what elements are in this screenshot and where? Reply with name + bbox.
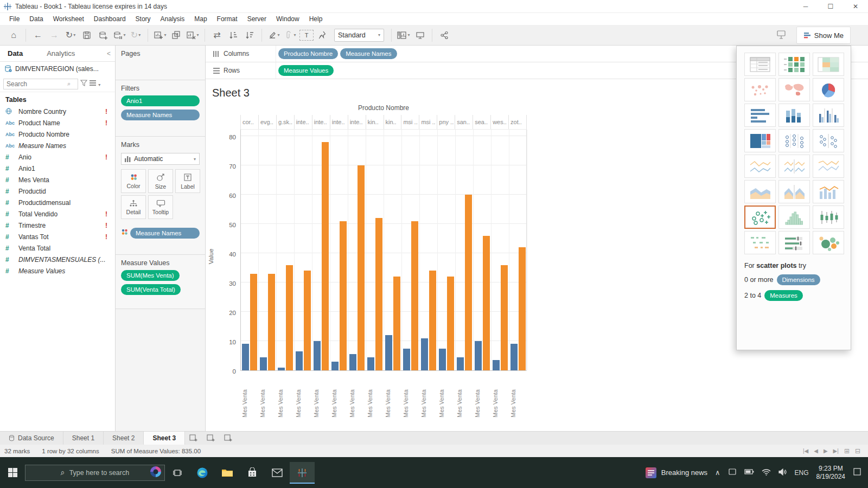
- sort-descending-icon[interactable]: [242, 28, 257, 43]
- bar-mes-venta[interactable]: [314, 341, 321, 370]
- bar-venta-total[interactable]: [429, 271, 436, 370]
- store-icon[interactable]: [240, 462, 265, 484]
- marks-button-size[interactable]: Size: [148, 169, 173, 193]
- mark-type-dropdown[interactable]: Automatic ▾: [121, 153, 200, 165]
- pages-card[interactable]: Pages: [116, 46, 205, 80]
- showme-symbol-map[interactable]: [744, 78, 776, 101]
- bar-venta-total[interactable]: [447, 277, 454, 370]
- tablet-icon[interactable]: [728, 468, 737, 477]
- fix-axes-icon[interactable]: [316, 28, 330, 43]
- showme-text-table[interactable]: [744, 53, 776, 76]
- undo-icon[interactable]: ←: [31, 28, 45, 43]
- menu-format[interactable]: Format: [212, 14, 242, 24]
- showme-lines-discrete[interactable]: [778, 155, 810, 178]
- bar-mes-venta[interactable]: [403, 349, 410, 371]
- task-view-icon[interactable]: [165, 462, 190, 484]
- field-measure-values[interactable]: #Measure Values: [0, 265, 115, 277]
- field-anio[interactable]: #Anio!: [0, 151, 115, 163]
- notification-center-icon[interactable]: [853, 467, 861, 478]
- bar-mes-venta[interactable]: [367, 357, 374, 370]
- minimize-button[interactable]: ─: [793, 0, 818, 13]
- showme-area-discrete[interactable]: [778, 180, 810, 203]
- showme-highlight-table[interactable]: [778, 53, 810, 76]
- swap-axes-icon[interactable]: ⇄: [210, 28, 224, 43]
- showme-dual-lines[interactable]: [813, 155, 844, 178]
- bar-group[interactable]: [259, 130, 277, 370]
- menu-server[interactable]: Server: [242, 14, 271, 24]
- showme-area-continuous[interactable]: [744, 180, 776, 203]
- showme-histogram[interactable]: [778, 206, 810, 229]
- showme-box-and-whisker[interactable]: [813, 206, 844, 229]
- field-productidmensual[interactable]: #Productidmensual: [0, 197, 115, 208]
- menu-dashboard[interactable]: Dashboard: [89, 14, 131, 24]
- taskbar-search[interactable]: ⌕ Type here to search: [25, 465, 165, 481]
- bar-venta-total[interactable]: [340, 221, 347, 370]
- tooltip-flag-icon[interactable]: [776, 29, 787, 42]
- bar-group[interactable]: [420, 130, 438, 370]
- bar-mes-venta[interactable]: [439, 349, 446, 371]
- bar-mes-venta[interactable]: [510, 344, 518, 370]
- bar-venta-total[interactable]: [358, 165, 365, 370]
- field-venta-total[interactable]: #Venta Total: [0, 242, 115, 254]
- menu-window[interactable]: Window: [271, 14, 304, 24]
- showme-horizontal-bars[interactable]: [744, 104, 776, 127]
- new-dashboard-tab-icon[interactable]: [202, 432, 220, 445]
- news-widget[interactable]: Breaking news: [645, 467, 707, 479]
- field-dimventasmensuales-[interactable]: #DIMVENTASMENSUALES (...: [0, 254, 115, 265]
- bar-group[interactable]: [241, 130, 259, 370]
- start-button[interactable]: [0, 462, 25, 484]
- rows-pill-measure-values[interactable]: Measure Values: [278, 65, 334, 76]
- tableau-taskbar-icon[interactable]: [290, 462, 315, 484]
- highlight-icon[interactable]: ▾: [267, 28, 281, 43]
- pause-updates-icon[interactable]: ▾: [112, 28, 126, 43]
- field-nombre-country[interactable]: Nombre Country!: [0, 106, 115, 117]
- measure-values-card[interactable]: Measure Values SUM(Mes Venta)SUM(Venta T…: [116, 255, 205, 309]
- showme-stacked-bars[interactable]: [778, 104, 810, 127]
- bar-venta-total[interactable]: [304, 271, 311, 370]
- first-sheet-icon[interactable]: |◀: [803, 448, 808, 454]
- next-sheet-icon[interactable]: ▶: [824, 448, 828, 454]
- new-worksheet-icon[interactable]: ▾: [153, 28, 167, 43]
- plot-area[interactable]: [240, 129, 527, 371]
- show-me-button[interactable]: Show Me: [796, 27, 851, 44]
- collapse-pane-icon[interactable]: <: [107, 50, 115, 57]
- filter-funnel-icon[interactable]: [80, 80, 87, 88]
- showme-lines-continuous[interactable]: [744, 155, 776, 178]
- bar-venta-total[interactable]: [286, 265, 293, 370]
- bar-mes-venta[interactable]: [242, 344, 249, 370]
- showme-packed-bubbles[interactable]: [813, 231, 844, 254]
- field-producto-nombre[interactable]: AbcProducto Nombre: [0, 129, 115, 140]
- field-productid[interactable]: #Productid: [0, 185, 115, 197]
- fit-selector[interactable]: Standard ▾: [334, 29, 384, 42]
- showme-side-by-side-bars[interactable]: [813, 104, 844, 127]
- menu-worksheet[interactable]: Worksheet: [48, 14, 89, 24]
- bar-mes-venta[interactable]: [457, 357, 464, 370]
- bar-group[interactable]: [295, 130, 312, 370]
- showme-scatter-plot[interactable]: [744, 206, 776, 229]
- volume-icon[interactable]: [778, 468, 787, 477]
- search-input[interactable]: [7, 80, 67, 88]
- replay-icon[interactable]: ↻▾: [63, 28, 78, 43]
- bar-group[interactable]: [474, 130, 492, 370]
- columns-pill-measure-names[interactable]: Measure Names: [340, 48, 397, 59]
- field-vantas-tot[interactable]: #Vantas Tot!: [0, 231, 115, 242]
- marks-button-tooltip[interactable]: Tooltip: [148, 195, 173, 219]
- field-anio1[interactable]: #Anio1: [0, 163, 115, 174]
- bar-mes-venta[interactable]: [260, 357, 267, 370]
- menu-map[interactable]: Map: [189, 14, 212, 24]
- tab-sheet-2[interactable]: Sheet 2: [104, 432, 144, 445]
- bar-venta-total[interactable]: [411, 221, 418, 370]
- home-icon[interactable]: ⌂: [7, 28, 21, 43]
- marks-measure-names-pill[interactable]: Measure Names: [130, 228, 200, 239]
- measure-values-pill[interactable]: SUM(Mes Venta): [121, 270, 180, 281]
- filter-pill-measure-names[interactable]: Measure Names: [121, 110, 200, 120]
- bar-group[interactable]: [402, 130, 420, 370]
- marks-button-detail[interactable]: Detail: [121, 195, 146, 219]
- bar-group[interactable]: [438, 130, 456, 370]
- tab-sheet-1[interactable]: Sheet 1: [63, 432, 104, 445]
- bar-venta-total[interactable]: [393, 277, 400, 370]
- redo-icon[interactable]: →: [47, 28, 61, 43]
- bar-venta-total[interactable]: [250, 274, 257, 370]
- bar-venta-total[interactable]: [375, 218, 382, 370]
- group-members-icon[interactable]: ▾: [283, 28, 297, 43]
